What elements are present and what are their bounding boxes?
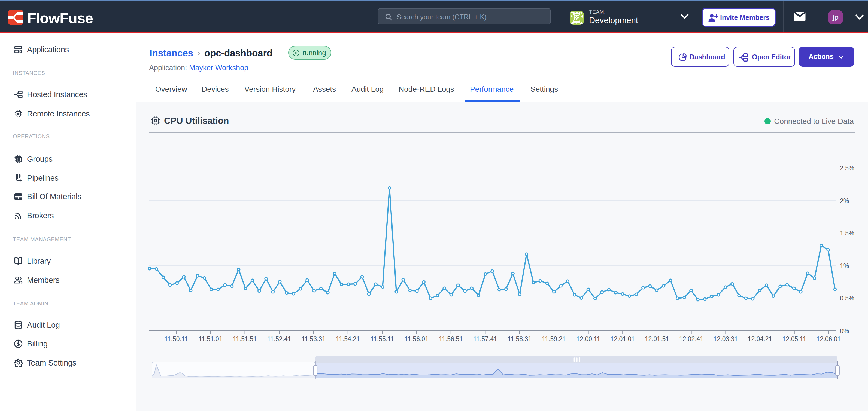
svg-text:1%: 1% xyxy=(840,262,849,270)
svg-text:11:59:21: 11:59:21 xyxy=(542,335,566,342)
svg-text:11:54:21: 11:54:21 xyxy=(336,335,360,342)
svg-text:12:02:41: 12:02:41 xyxy=(679,335,704,342)
svg-text:11:57:41: 11:57:41 xyxy=(473,335,497,342)
svg-text:2.5%: 2.5% xyxy=(840,165,854,172)
svg-text:11:56:51: 11:56:51 xyxy=(439,335,463,342)
svg-text:12:06:01: 12:06:01 xyxy=(816,335,841,342)
svg-text:12:05:11: 12:05:11 xyxy=(782,335,806,342)
svg-text:11:50:11: 11:50:11 xyxy=(164,335,188,342)
svg-text:12:03:31: 12:03:31 xyxy=(714,335,738,342)
svg-text:12:01:01: 12:01:01 xyxy=(611,335,635,342)
svg-text:11:53:31: 11:53:31 xyxy=(302,335,326,342)
svg-text:11:52:41: 11:52:41 xyxy=(267,335,291,342)
svg-text:12:00:11: 12:00:11 xyxy=(576,335,600,342)
svg-text:0.5%: 0.5% xyxy=(840,295,854,302)
svg-text:2%: 2% xyxy=(840,197,849,204)
svg-text:12:04:21: 12:04:21 xyxy=(748,335,772,342)
svg-text:0%: 0% xyxy=(840,328,849,335)
svg-text:11:58:31: 11:58:31 xyxy=(507,335,531,342)
svg-text:12:01:51: 12:01:51 xyxy=(645,335,670,342)
svg-text:11:56:01: 11:56:01 xyxy=(405,335,429,342)
svg-text:11:51:01: 11:51:01 xyxy=(198,335,223,342)
svg-text:1.5%: 1.5% xyxy=(840,230,854,237)
svg-text:11:55:11: 11:55:11 xyxy=(371,335,394,342)
svg-text:11:51:51: 11:51:51 xyxy=(233,335,257,342)
